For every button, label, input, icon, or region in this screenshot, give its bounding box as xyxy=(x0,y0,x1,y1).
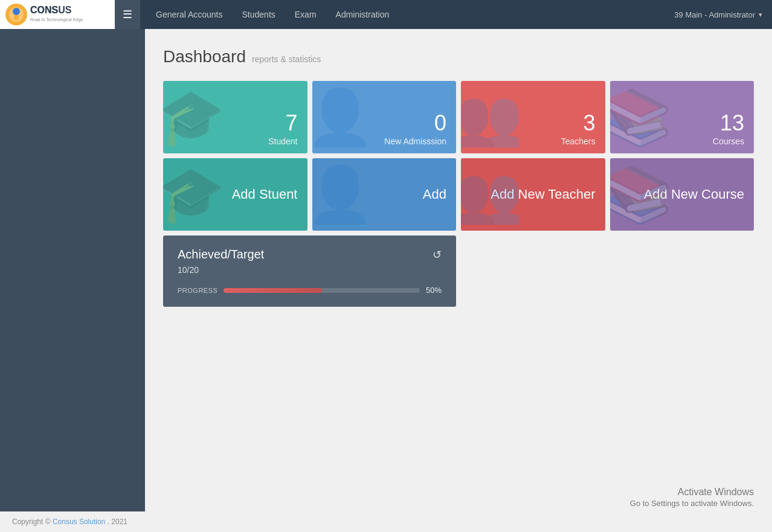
stat-number-student: 7 xyxy=(285,112,297,134)
progress-bar-container: PROGRESS 50% xyxy=(178,286,442,295)
progress-percent: 50% xyxy=(426,286,442,295)
user-circle-icon: 👥 xyxy=(461,90,523,144)
stat-number-teachers: 3 xyxy=(583,112,595,134)
progress-bar-fill xyxy=(224,288,321,293)
add-student-label: Add Stuent xyxy=(232,187,298,202)
book-icon: 📚 xyxy=(610,90,672,144)
svg-text:CONSUS: CONSUS xyxy=(30,5,72,15)
user-action-icon: 👥 xyxy=(461,167,523,222)
sidebar-toggle-button[interactable]: ☰ xyxy=(115,0,140,29)
progress-score: 10/20 xyxy=(178,265,442,275)
page-subtitle: reports & statistics xyxy=(252,54,321,64)
stat-card-student[interactable]: 🎓 7 Student xyxy=(163,81,307,153)
progress-bar-track xyxy=(224,288,420,293)
add-label: Add xyxy=(423,187,446,202)
navbar: CONS CONSUS Road to Technological Edge ☰… xyxy=(0,0,772,29)
brand-logo: CONS CONSUS Road to Technological Edge xyxy=(0,0,115,29)
navbar-item-students[interactable]: Students xyxy=(233,0,285,29)
add-card[interactable]: 👤 Add xyxy=(312,158,457,231)
chevron-down-icon: ▾ xyxy=(759,11,762,19)
footer-link[interactable]: Consus Solution xyxy=(53,518,105,526)
progress-card: Achieved/Target ↺ 10/20 PROGRESS 50% xyxy=(163,236,456,307)
svg-point-3 xyxy=(14,15,19,20)
graduation-cap-action-icon: 🎓 xyxy=(163,167,225,222)
stat-number-courses: 13 xyxy=(720,112,744,134)
add-student-card[interactable]: 🎓 Add Stuent xyxy=(163,158,307,231)
copyright-text: Copyright © xyxy=(12,518,51,526)
add-new-course-card[interactable]: 📚 Add New Course xyxy=(610,158,754,231)
svg-text:Road to Technological Edge: Road to Technological Edge xyxy=(30,18,83,22)
stat-cards-grid: 🎓 7 Student 👤 0 New Admisssion 👥 3 Teach… xyxy=(163,81,754,153)
activate-windows-title: Activate Windows xyxy=(630,487,754,498)
graduation-cap-icon: 🎓 xyxy=(163,90,225,144)
refresh-icon[interactable]: ↺ xyxy=(433,248,442,261)
progress-label: PROGRESS xyxy=(178,287,217,294)
page-title: Dashboard xyxy=(163,47,246,66)
person-icon: 👤 xyxy=(312,90,374,144)
dashboard-heading: Dashboard reports & statistics xyxy=(163,47,754,66)
action-cards-grid: 🎓 Add Stuent 👤 Add 👥 Add New Teacher 📚 A… xyxy=(163,158,754,231)
stat-label-courses: Courses xyxy=(713,136,744,146)
stat-number-admission: 0 xyxy=(434,112,446,134)
navbar-item-administration[interactable]: Administration xyxy=(326,0,399,29)
stat-card-courses[interactable]: 📚 13 Courses xyxy=(610,81,754,153)
progress-title: Achieved/Target xyxy=(178,248,264,261)
stat-card-new-admission[interactable]: 👤 0 New Admisssion xyxy=(312,81,457,153)
stat-label-student: Student xyxy=(268,136,297,146)
hamburger-icon: ☰ xyxy=(123,8,132,21)
user-menu[interactable]: 39 Main - Administrator ▾ xyxy=(674,10,772,19)
sidebar xyxy=(0,29,145,532)
main-content: Dashboard reports & statistics 🎓 7 Stude… xyxy=(145,29,772,532)
stat-label-teachers: Teachers xyxy=(561,136,596,146)
navbar-menu: General Accounts Students Exam Administr… xyxy=(140,0,674,29)
footer: Copyright © Consus Solution . 2021 xyxy=(0,511,772,532)
windows-activation-watermark: Activate Windows Go to Settings to activ… xyxy=(630,487,754,508)
stat-label-admission: New Admisssion xyxy=(384,136,446,146)
user-label: 39 Main - Administrator xyxy=(674,10,755,19)
footer-year: . 2021 xyxy=(108,518,127,526)
navbar-item-general-accounts[interactable]: General Accounts xyxy=(146,0,233,29)
stat-card-teachers[interactable]: 👥 3 Teachers xyxy=(461,81,605,153)
add-new-teacher-card[interactable]: 👥 Add New Teacher xyxy=(461,158,605,231)
activate-windows-subtitle: Go to Settings to activate Windows. xyxy=(630,499,754,508)
navbar-item-exam[interactable]: Exam xyxy=(285,0,326,29)
book-action-icon: 📚 xyxy=(610,167,672,222)
svg-point-2 xyxy=(13,8,20,15)
progress-card-header: Achieved/Target ↺ xyxy=(178,248,442,261)
person-action-icon: 👤 xyxy=(312,167,374,222)
